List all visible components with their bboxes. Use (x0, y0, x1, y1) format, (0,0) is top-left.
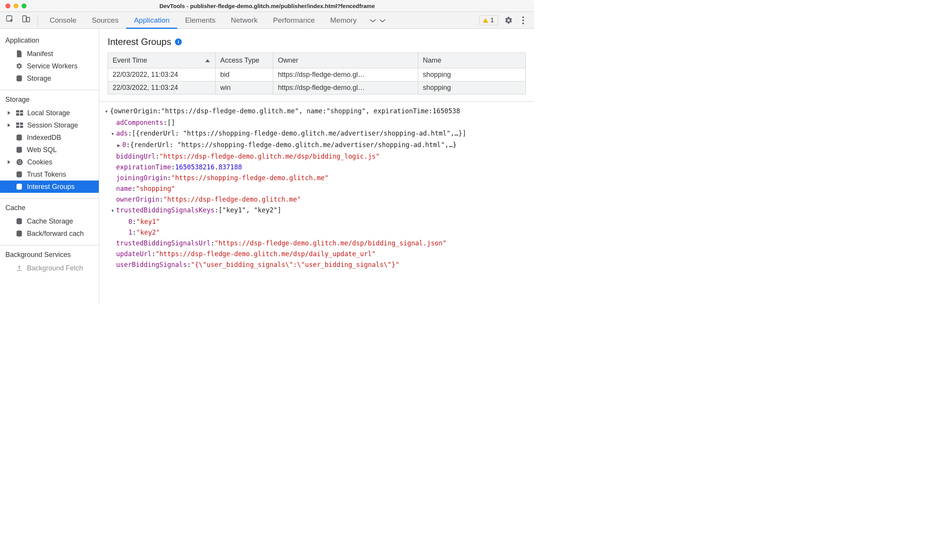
events-table: Event Time Access Type Owner Name 22/03/… (108, 53, 526, 94)
sidebar-item-indexeddb[interactable]: IndexedDB (0, 131, 99, 144)
sidebar-item-trust-tokens[interactable]: Trust Tokens (0, 168, 99, 181)
sidebar-item-storage-overview[interactable]: Storage (0, 72, 99, 84)
issues-badge[interactable]: 1 (479, 15, 498, 25)
prop-val: "https://dsp-fledge-demo.glitch.me/dsp/b… (214, 238, 447, 249)
tab-strip: Console Sources Application Elements Net… (0, 12, 534, 29)
more-tabs-button[interactable] (364, 16, 391, 25)
fullscreen-window-button[interactable] (22, 3, 27, 8)
col-access-type[interactable]: Access Type (216, 53, 273, 68)
table-header-row: Event Time Access Type Owner Name (108, 53, 526, 68)
more-options-icon[interactable] (519, 16, 527, 25)
col-name[interactable]: Name (418, 53, 526, 68)
device-toolbar-icon[interactable] (22, 15, 31, 26)
caret-down-icon[interactable] (110, 205, 115, 216)
database-icon (15, 146, 23, 154)
sidebar-item-label: Background Fetch (27, 264, 83, 272)
upload-icon (15, 264, 23, 272)
svg-point-5 (522, 22, 524, 24)
object-detail-view[interactable]: {ownerOrigin: "https://dsp-fledge-demo.g… (99, 101, 534, 304)
svg-rect-8 (20, 110, 23, 113)
sidebar-item-label: Manifest (27, 50, 53, 58)
sidebar-item-cookies[interactable]: Cookies (0, 156, 99, 168)
caret-right-icon (8, 160, 10, 164)
minimize-window-button[interactable] (13, 3, 18, 8)
sidebar-item-interest-groups[interactable]: Interest Groups (0, 181, 99, 193)
main-panel: Interest Groups i Event Time Access Type… (99, 29, 534, 304)
sidebar-heading-application: Application (0, 34, 99, 48)
svg-rect-13 (16, 126, 19, 128)
svg-rect-2 (27, 17, 30, 22)
prop-key: userBiddingSignals (116, 259, 187, 270)
svg-point-4 (522, 19, 524, 21)
svg-rect-12 (20, 123, 23, 125)
settings-icon[interactable] (504, 16, 513, 25)
sidebar-item-label: Local Storage (27, 109, 70, 117)
sidebar-item-background-fetch[interactable]: Background Fetch (0, 262, 99, 274)
traffic-lights (0, 3, 27, 8)
window-title: DevTools - publisher-fledge-demo.glitch.… (0, 3, 534, 9)
prop-val: "shopping" (136, 183, 175, 194)
database-icon (15, 230, 23, 237)
prop-val: "https://shopping-fledge-demo.glitch.me" (171, 172, 328, 183)
caret-down-icon[interactable] (110, 128, 115, 139)
database-icon (15, 75, 23, 82)
database-icon (15, 134, 23, 141)
prop-key: ownerOrigin (116, 194, 160, 205)
prop-key: expirationTime (116, 162, 171, 172)
detail-text: , name: (299, 106, 326, 117)
tab-application[interactable]: Application (126, 12, 177, 29)
prop-val: "https://dsp-fledge-demo.glitch.me/dsp/d… (155, 249, 376, 259)
issues-count: 1 (490, 17, 494, 24)
detail-text: "shopping" (326, 106, 366, 117)
tab-network[interactable]: Network (223, 12, 266, 29)
detail-text: {ownerOrigin: (110, 106, 161, 117)
cell-owner: https://dsp-fledge-demo.gl… (273, 68, 418, 81)
grid-icon (16, 109, 23, 117)
tab-console[interactable]: Console (42, 12, 84, 29)
title-bar: DevTools - publisher-fledge-demo.glitch.… (0, 0, 534, 12)
sidebar-item-session-storage[interactable]: Session Storage (0, 119, 99, 131)
col-owner[interactable]: Owner (273, 53, 418, 68)
manifest-icon (15, 50, 23, 58)
table-row[interactable]: 22/03/2022, 11:03:24 bid https://dsp-fle… (108, 68, 526, 81)
prop-val: "{\"user_bidding_signals\":\"user_biddin… (191, 259, 399, 270)
svg-rect-7 (16, 110, 19, 113)
sidebar-item-cache-storage[interactable]: Cache Storage (0, 215, 99, 227)
caret-right-icon[interactable] (116, 139, 121, 151)
tab-elements[interactable]: Elements (177, 12, 223, 29)
database-icon (15, 183, 23, 191)
svg-rect-14 (20, 126, 23, 128)
col-label: Owner (278, 56, 298, 64)
sidebar-item-label: Cache Storage (27, 217, 73, 225)
caret-down-icon[interactable] (104, 106, 109, 117)
inspect-element-icon[interactable] (5, 15, 15, 26)
prop-key: joiningOrigin (116, 172, 167, 183)
prop-val: 1650538216.837188 (175, 162, 242, 172)
tab-performance[interactable]: Performance (265, 12, 323, 29)
tab-sources[interactable]: Sources (84, 12, 126, 29)
tabs: Console Sources Application Elements Net… (42, 12, 477, 29)
prop-val: ["key1", "key2"] (218, 205, 281, 216)
sidebar: Application Manifest Service Workers Sto… (0, 29, 99, 304)
svg-rect-10 (20, 113, 23, 116)
sidebar-item-web-sql[interactable]: Web SQL (0, 144, 99, 156)
sidebar-item-bf-cache[interactable]: Back/forward cach (0, 227, 99, 240)
cell-name: shopping (418, 68, 526, 81)
prop-val: {renderUrl: "https://shopping-fledge-dem… (130, 139, 457, 151)
close-window-button[interactable] (5, 3, 10, 8)
table-row[interactable]: 22/03/2022, 11:03:24 win https://dsp-fle… (108, 81, 526, 94)
sidebar-item-manifest[interactable]: Manifest (0, 48, 99, 60)
prop-key: 0 (128, 216, 132, 227)
sidebar-item-label: IndexedDB (27, 134, 61, 142)
prop-key: updateUrl (116, 249, 151, 259)
detail-text: , expirationTime: (366, 106, 432, 117)
prop-key: 0 (122, 139, 126, 151)
tab-memory[interactable]: Memory (323, 12, 364, 29)
col-event-time[interactable]: Event Time (108, 53, 216, 68)
caret-right-icon (8, 111, 10, 115)
sidebar-item-service-workers[interactable]: Service Workers (0, 60, 99, 72)
prop-key: trustedBiddingSignalsKeys (116, 205, 214, 216)
sidebar-item-local-storage[interactable]: Local Storage (0, 107, 99, 119)
info-icon[interactable]: i (175, 38, 182, 45)
warning-icon (483, 18, 488, 23)
